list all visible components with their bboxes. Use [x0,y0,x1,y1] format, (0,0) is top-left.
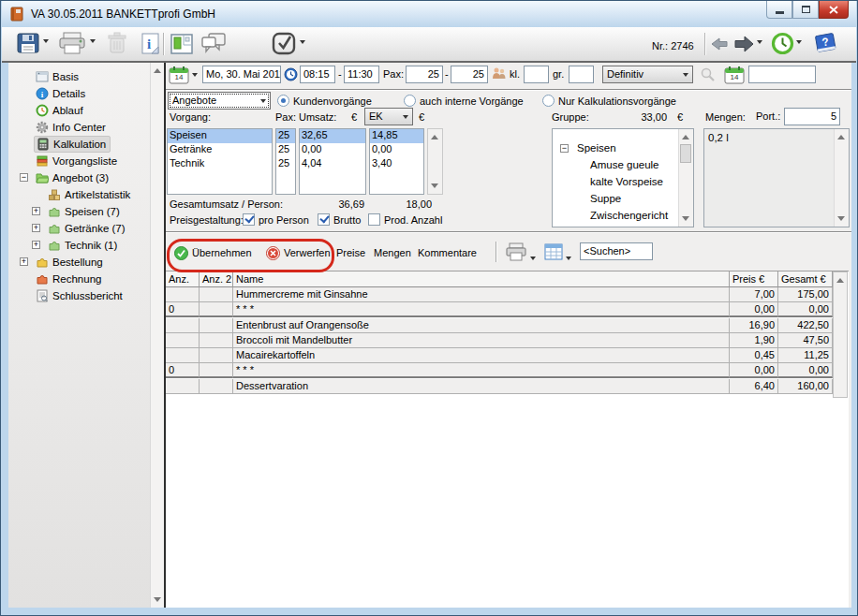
table-cell[interactable] [200,318,233,333]
help-button[interactable]: ? [813,31,838,56]
grid-view-dropdown[interactable] [566,249,571,268]
sidebar-item-vorgangsliste[interactable]: Vorgangsliste [8,153,150,169]
scroll-up-icon[interactable] [682,135,689,139]
radio-kundenvorgaenge[interactable] [277,95,289,107]
tree-node-child[interactable]: Suppe [590,193,621,204]
nav-forward-button[interactable] [732,35,755,53]
time-to-field[interactable]: 11:30 [344,66,379,83]
grid-view-button[interactable] [544,242,563,261]
sidebar-item-angebot-3-[interactable]: −Angebot (3) [8,169,150,186]
radio-interne-vorgaenge[interactable] [404,95,416,107]
table-cell[interactable]: 16,90 [730,318,778,333]
table-header-cell[interactable]: Name [233,271,730,287]
roomplan-button[interactable] [170,34,193,54]
vorgang-pax-column[interactable]: 252525 [275,128,296,195]
sidebar-item-details[interactable]: iDetails [8,85,150,102]
sidebar-item-technik-1-[interactable]: +Technik (1) [8,237,150,254]
minimize-button[interactable] [766,1,792,19]
print-list-button[interactable] [505,242,527,261]
pax-from-field[interactable]: 25 [406,66,443,83]
sidebar-scrollbar[interactable] [150,63,164,608]
table-cell[interactable]: 47,50 [778,333,833,348]
sidebar-item-getr-nke-7-[interactable]: +Getränke (7) [8,220,150,237]
table-cell[interactable]: 422,50 [778,318,833,333]
vorgang-row-cell[interactable]: 25 [276,129,295,143]
table-row[interactable]: Macairekartoffeln0,4511,25 [166,348,833,363]
table-header-cell[interactable]: Anz. [166,271,200,287]
mengen-button[interactable]: Mengen [370,245,415,260]
table-cell[interactable] [200,363,233,378]
table-cell[interactable]: 0,00 [730,302,778,317]
second-date-field[interactable] [748,66,816,83]
collapse-icon[interactable]: − [560,144,569,153]
table-cell[interactable]: 6,40 [730,379,778,394]
vorgang-row-cell[interactable]: 25 [276,157,295,171]
gr-field[interactable] [569,66,594,83]
expand-icon[interactable]: + [32,241,40,249]
nav-dropdown[interactable] [757,40,762,44]
info-button[interactable]: i [141,31,161,55]
kommentare-button[interactable]: Kommentare [414,245,481,260]
print-dropdown[interactable] [90,39,96,43]
table-cell[interactable]: 0 [166,363,200,378]
search-magnifier-icon[interactable] [700,66,717,83]
table-cell[interactable]: 0 [166,302,200,317]
search-input[interactable]: <Suchen> [580,242,653,260]
save-button[interactable] [16,32,40,54]
vorgang-row-cell[interactable]: 25 [276,143,295,157]
checkbox-prod-anzahl[interactable] [368,213,380,226]
print-button[interactable] [58,31,86,55]
table-row[interactable]: 0* * *0,000,00 [166,363,833,378]
pax-to-field[interactable]: 25 [451,66,488,83]
kl-field[interactable] [524,66,549,83]
scroll-up-icon[interactable] [837,135,845,139]
history-button[interactable] [770,31,795,56]
table-cell[interactable] [166,318,200,333]
checkbox-brutto[interactable] [318,213,330,226]
date-calendar-button[interactable]: 14 [169,66,198,84]
sidebar-item-kalkulation[interactable]: Kalkulation [8,136,150,153]
table-cell[interactable] [200,302,233,317]
table-cell[interactable] [200,333,233,348]
scroll-down-icon[interactable] [154,597,161,602]
table-cell[interactable]: Broccoli mit Mandelbutter [233,333,730,348]
verwerfen-button[interactable]: Verwerfen [266,243,331,262]
table-cell[interactable]: Macairekartoffeln [233,348,730,363]
expand-icon[interactable]: + [32,224,40,232]
table-cell[interactable] [200,287,233,302]
vorgang-row-cell[interactable]: Technik [168,157,272,171]
scroll-up-icon[interactable] [431,135,438,139]
vorgang-row-cell[interactable]: 3,40 [370,157,423,171]
collapse-icon[interactable]: − [20,173,28,182]
ek-dropdown[interactable]: EK [364,108,413,125]
tree-node-child[interactable]: Zwischengericht [590,210,668,221]
table-cell[interactable]: 175,00 [778,287,833,302]
expand-icon[interactable]: + [20,257,28,266]
table-cell[interactable]: 0,00 [778,363,833,378]
status-dropdown[interactable]: Definitiv [602,66,693,83]
table-cell[interactable] [166,348,200,363]
table-cell[interactable]: 0,00 [730,363,778,378]
tasks-button[interactable] [272,31,297,56]
scroll-down-icon[interactable] [682,216,689,221]
table-cell[interactable] [166,287,200,302]
table-row[interactable]: Dessertvaration6,40160,00 [166,379,833,394]
date-field[interactable]: Mo, 30. Mai 2011 [202,66,281,83]
table-header-cell[interactable]: Anz. 2 [200,271,233,287]
vorgang-name-column[interactable]: SpeisenGetränkeTechnik [167,128,273,195]
vorgang-row-cell[interactable]: 14,85 [370,129,423,143]
table-cell[interactable]: Entenbrust auf Orangensoße [233,318,730,333]
port-field[interactable]: 5 [784,108,840,125]
scroll-down-icon[interactable] [431,183,438,188]
vorgang-umsatz-column[interactable]: 32,650,004,04 [299,128,366,195]
vorgang-type-dropdown[interactable]: Angebote [168,92,271,110]
table-cell[interactable] [166,333,200,348]
table-cell[interactable] [200,348,233,363]
sidebar-item-basis[interactable]: Basis [8,68,150,85]
table-scrollbar[interactable] [833,271,848,398]
scroll-up-icon[interactable] [836,278,844,283]
sidebar-item-bestellung[interactable]: +Bestellung [8,254,150,271]
expand-icon[interactable]: + [32,207,40,215]
table-cell[interactable]: 11,25 [778,348,833,363]
gruppe-scrollbar[interactable] [678,129,693,227]
